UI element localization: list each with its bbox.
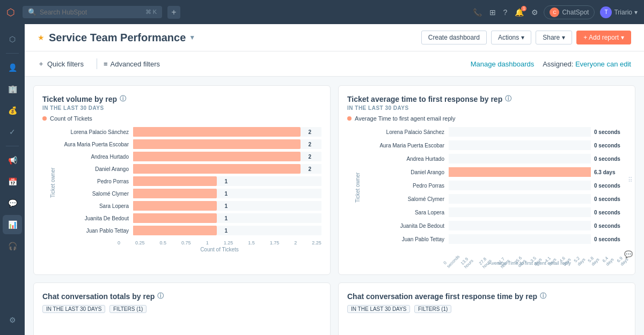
ticket-volume-card: Ticket volume by rep ⓘ IN THE LAST 30 DA… xyxy=(33,85,331,275)
quick-filters-icon: ＋ xyxy=(38,59,45,69)
bar-fill: 1 xyxy=(133,189,217,198)
table-row: Pedro Porras 0 seconds xyxy=(363,181,626,190)
response-label: Sara Lopera xyxy=(363,210,449,215)
response-value: 0 seconds xyxy=(594,156,626,162)
sidebar-item-settings[interactable]: ⚙ xyxy=(3,310,22,330)
share-button[interactable]: Share ▾ xyxy=(536,31,572,44)
nav-icons: 📞 ⊞ ? 🔔 1 ⚙ xyxy=(473,8,539,17)
sidebar-item-home[interactable]: ⬡ xyxy=(3,29,22,49)
quick-filters-button[interactable]: ＋ Quick filters xyxy=(38,57,90,71)
response-label: Lorena Palacio Sánchez xyxy=(363,129,449,135)
chatspot-button[interactable]: C ChatSpot xyxy=(544,5,595,19)
sidebar-item-contacts[interactable]: 👤 xyxy=(3,58,22,77)
user-avatar: T xyxy=(600,6,612,18)
bar-track: 2 xyxy=(133,127,321,137)
sidebar-item-reports[interactable]: 📊 xyxy=(3,215,22,234)
chatspot-label: ChatSpot xyxy=(562,9,589,16)
quick-filters-label: Quick filters xyxy=(47,60,84,68)
legend-dot-2 xyxy=(347,116,352,121)
response-bar-track xyxy=(449,167,591,177)
table-row: Andrea Hurtado 2 xyxy=(58,152,321,161)
create-dashboard-button[interactable]: Create dashboard xyxy=(421,31,487,44)
left-sidebar: ⬡ 👤 🏢 💰 ✓ 📢 📅 💬 📊 🎧 ⚙ xyxy=(0,24,25,335)
chat-avg-response-info-icon[interactable]: ⓘ xyxy=(540,292,546,301)
page-title: Service Team Performance xyxy=(49,32,186,44)
ticket-response-info-icon[interactable]: ⓘ xyxy=(505,94,511,103)
ticket-response-legend-label: Average Time to first agent email reply xyxy=(355,115,456,122)
table-row: Juan Pablo Tettay 0 seconds xyxy=(363,234,626,244)
bar-fill: 1 xyxy=(133,201,217,211)
bar-value: 1 xyxy=(224,226,228,235)
ticket-volume-info-icon[interactable]: ⓘ xyxy=(120,94,126,103)
search-input[interactable] xyxy=(40,9,120,16)
top-nav: ⬡ 🔍 ⌘ K + 📞 ⊞ ? 🔔 1 ⚙ C ChatSpot T Triar… xyxy=(0,0,644,24)
add-report-arrow-icon: ▾ xyxy=(621,34,624,41)
table-row: Lorena Palacio Sánchez 0 seconds xyxy=(363,127,626,137)
filter-bar: ＋ Quick filters ≡ Advanced filters Manag… xyxy=(25,51,644,77)
response-bar-track xyxy=(449,127,591,137)
sidebar-item-deals[interactable]: 💰 xyxy=(3,101,22,120)
response-value: 0 seconds xyxy=(594,210,626,215)
bar-fill: 2 xyxy=(133,139,301,149)
response-value: 6.3 days xyxy=(594,169,626,175)
sidebar-item-service[interactable]: 🎧 xyxy=(3,236,22,256)
actions-label: Actions xyxy=(498,34,519,41)
sidebar-item-calendar[interactable]: 📅 xyxy=(3,172,22,191)
hubspot-logo: ⬡ xyxy=(6,6,15,18)
grid-icon[interactable]: ⊞ xyxy=(489,8,496,17)
response-label: Juan Pablo Tettay xyxy=(363,236,449,242)
drag-handle[interactable]: ⠿ xyxy=(628,176,633,184)
manage-dashboards-link[interactable]: Manage dashboards xyxy=(471,60,535,68)
assigned-value-link[interactable]: Everyone can edit xyxy=(575,60,631,68)
x-axis-tick: 13.9 hours xyxy=(460,250,479,269)
sidebar-item-marketing[interactable]: 📢 xyxy=(3,151,22,170)
title-dropdown-button[interactable]: ▼ xyxy=(189,34,195,41)
ticket-response-card: Ticket average time to first response by… xyxy=(338,85,635,275)
bar-value: 2 xyxy=(308,127,311,137)
sidebar-item-tasks[interactable]: ✓ xyxy=(3,122,22,142)
advanced-filters-label: Advanced filters xyxy=(111,60,160,68)
help-icon[interactable]: ? xyxy=(503,8,508,17)
table-row: Sara Lopera 0 seconds xyxy=(363,207,626,217)
actions-button[interactable]: Actions ▾ xyxy=(491,31,531,44)
bar-track: 1 xyxy=(133,176,321,186)
user-menu-button[interactable]: T Triario ▾ xyxy=(600,6,638,18)
settings-icon[interactable]: ⚙ xyxy=(531,8,538,17)
search-bar[interactable]: 🔍 ⌘ K xyxy=(23,6,162,18)
chat-float-icon[interactable]: 💬 xyxy=(624,250,633,258)
ticket-volume-chart: Ticket owner Lorena Palacio Sánchez 2 Au… xyxy=(42,127,321,238)
ticket-response-subtitle: IN THE LAST 30 DAYS xyxy=(347,105,626,111)
bar-label: Salomé Clymer xyxy=(58,191,133,197)
add-report-button[interactable]: + Add report ▾ xyxy=(576,31,631,44)
chat-avg-response-tag-1: IN THE LAST 30 DAYS xyxy=(347,305,410,313)
ticket-volume-subtitle: IN THE LAST 30 DAYS xyxy=(42,105,321,111)
response-label: Pedro Porras xyxy=(363,183,449,189)
advanced-filters-button[interactable]: ≡ Advanced filters xyxy=(104,58,166,70)
main-content: ★ Service Team Performance ▼ Create dash… xyxy=(25,24,644,335)
bar-fill: 1 xyxy=(133,213,217,223)
chat-totals-info-icon[interactable]: ⓘ xyxy=(157,292,164,301)
x-axis-tick: 27.8 hours xyxy=(478,250,497,269)
favorite-icon[interactable]: ★ xyxy=(38,33,45,42)
table-row: Lorena Palacio Sánchez 2 xyxy=(58,127,321,137)
bar-label: Daniel Arango xyxy=(58,166,133,172)
table-row: Juanita De Bedout 1 xyxy=(58,213,321,223)
bar-label: Pedro Porras xyxy=(58,178,133,184)
table-row: Daniel Arango 6.3 days xyxy=(363,167,626,177)
ticket-response-legend: Average Time to first agent email reply xyxy=(347,115,626,122)
sidebar-item-inbox[interactable]: 💬 xyxy=(3,193,22,213)
ticket-volume-y-axis: Ticket owner xyxy=(48,127,58,238)
phone-icon[interactable]: 📞 xyxy=(473,8,482,17)
table-row: Pedro Porras 1 xyxy=(58,176,321,186)
bar-value: 1 xyxy=(224,201,228,211)
bar-label: Aura Maria Puerta Escobar xyxy=(58,142,133,147)
bar-value: 1 xyxy=(224,176,228,186)
notifications-icon[interactable]: 🔔 1 xyxy=(515,8,524,17)
new-tab-button[interactable]: + xyxy=(167,6,180,19)
bar-track: 2 xyxy=(133,152,321,161)
chat-totals-title: Chat conversation totals by rep ⓘ xyxy=(42,292,321,301)
legend-dot-1 xyxy=(42,116,47,121)
sidebar-item-companies[interactable]: 🏢 xyxy=(3,79,22,99)
table-row: Aura Maria Puerta Escobar 0 seconds xyxy=(363,140,626,150)
x-axis-tick: 1.75 xyxy=(270,240,280,245)
